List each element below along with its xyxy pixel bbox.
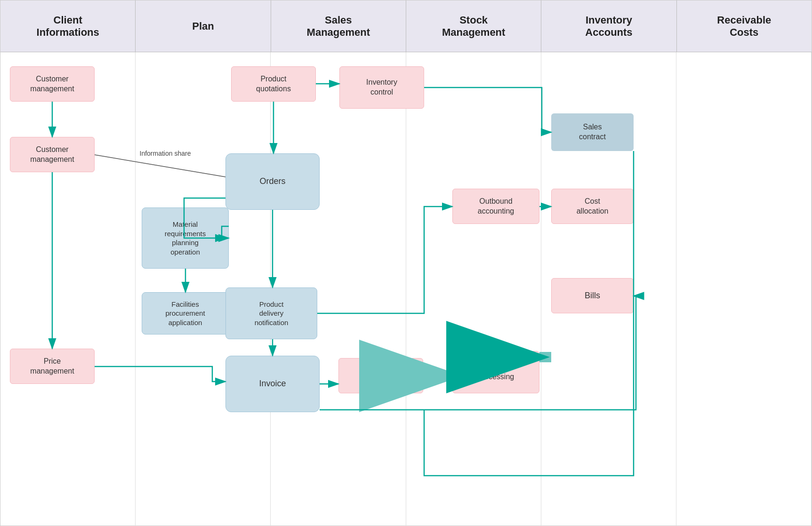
header-stock: StockManagement <box>406 0 541 52</box>
header-row: ClientInformations Plan SalesManagement … <box>0 0 812 52</box>
invoice-box: Invoice <box>225 356 320 412</box>
lanes: Customermanagement Customermanagement Pr… <box>0 52 812 526</box>
header-inventory: InventoryAccounts <box>541 0 676 52</box>
product-quotations-box: Productquotations <box>231 66 316 102</box>
sales-contract-box: Salescontract <box>551 113 634 151</box>
account-processing-box: Accountprocessing <box>452 351 539 393</box>
bills-box: Bills <box>551 278 634 313</box>
header-receivable: ReceivableCosts <box>677 0 812 52</box>
lane-receivable <box>676 52 812 526</box>
orders-box: Orders <box>225 153 320 210</box>
cost-allocation-box: Costallocation <box>551 189 634 224</box>
info-share-label: Information share <box>104 150 226 157</box>
customer-mgmt-1-box: Customermanagement <box>10 66 95 102</box>
customer-mgmt-2-box: Customermanagement <box>10 137 95 172</box>
price-mgmt-box: Pricemanagement <box>10 349 95 384</box>
diagram: ClientInformations Plan SalesManagement … <box>0 0 812 526</box>
lane-stock <box>406 52 541 526</box>
inventory-control-box: Inventorycontrol <box>339 66 424 109</box>
mrp-box: Materialrequirementsplanningoperation <box>142 207 229 269</box>
header-client: ClientInformations <box>0 0 136 52</box>
lane-client <box>0 52 136 526</box>
facilities-box: Facilitiesprocurementapplication <box>142 292 229 335</box>
header-plan: Plan <box>136 0 271 52</box>
header-sales: SalesManagement <box>271 0 406 52</box>
product-delivery-box: Proudctdelivery <box>338 358 423 393</box>
outbound-accounting-box: Outboundaccounting <box>452 189 539 224</box>
pdn-box: Productdeliverynotification <box>225 287 317 339</box>
